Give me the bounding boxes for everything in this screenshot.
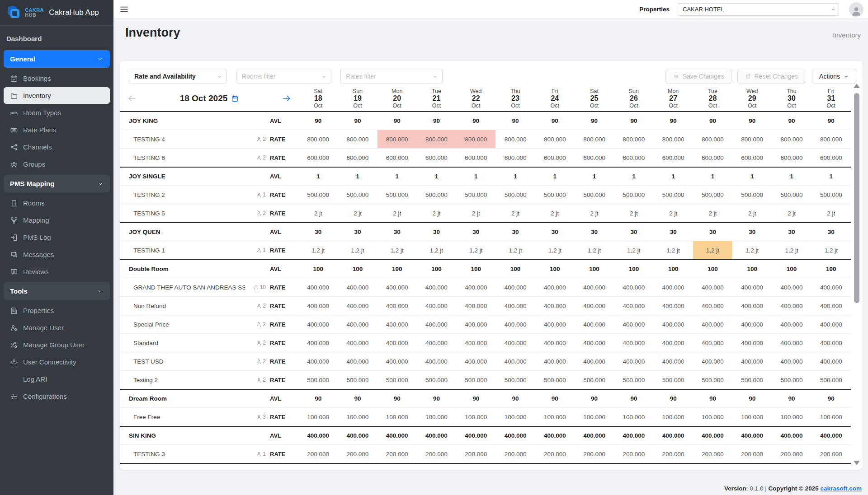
rate-cell[interactable]: 200.000	[495, 445, 535, 463]
rate-cell[interactable]: 400.000	[298, 315, 338, 333]
rate-cell[interactable]: 600.000	[614, 149, 653, 167]
rate-cell[interactable]: 600.000	[298, 149, 338, 167]
rate-cell[interactable]: 400.000	[654, 278, 693, 296]
rate-cell[interactable]: 200.000	[338, 445, 377, 463]
sidebar-section-pms-mapping[interactable]: PMS Mapping	[4, 175, 110, 192]
rate-cell[interactable]: 400.000	[417, 334, 456, 352]
availability-cell[interactable]: 100	[654, 260, 693, 278]
rate-cell[interactable]: 500.000	[495, 371, 535, 389]
availability-cell[interactable]: 1	[495, 168, 535, 185]
rate-cell[interactable]: 400.000	[456, 278, 495, 296]
rate-cell[interactable]: 400.000	[535, 315, 575, 333]
sidebar-item-rate-plans[interactable]: Rate Plans	[4, 121, 110, 138]
rate-cell[interactable]: 400.000	[535, 334, 575, 352]
availability-cell[interactable]: 90	[693, 390, 732, 407]
rate-cell[interactable]: 800.000	[535, 130, 575, 148]
rate-cell[interactable]: 400.000	[456, 334, 495, 352]
rate-cell[interactable]: 400.000	[495, 334, 535, 352]
availability-cell[interactable]: 400.000	[417, 427, 456, 444]
availability-cell[interactable]: 1	[535, 168, 575, 185]
rate-cell[interactable]: 100.000	[575, 408, 614, 426]
availability-cell[interactable]: 1	[298, 168, 338, 185]
rate-cell[interactable]: 400.000	[298, 334, 338, 352]
availability-cell[interactable]: 400.000	[732, 427, 772, 444]
sidebar-item-room-types[interactable]: Room Types	[4, 104, 110, 121]
rate-cell[interactable]: 500.000	[535, 186, 575, 204]
rate-cell[interactable]: 600.000	[417, 149, 456, 167]
sidebar-item-reviews[interactable]: Reviews	[4, 263, 110, 280]
rate-cell[interactable]: 500.000	[338, 371, 377, 389]
availability-cell[interactable]: 30	[377, 223, 417, 241]
rate-cell[interactable]: 400.000	[811, 352, 851, 370]
rate-cell[interactable]: 1,2 jt	[456, 241, 495, 259]
rate-cell[interactable]: 500.000	[575, 186, 614, 204]
rate-cell[interactable]: 400.000	[772, 352, 811, 370]
availability-cell[interactable]: 30	[614, 223, 653, 241]
sidebar-section-tools[interactable]: Tools	[4, 282, 110, 300]
rate-cell[interactable]: 500.000	[772, 186, 811, 204]
rate-cell[interactable]: 200.000	[417, 445, 456, 463]
availability-cell[interactable]: 30	[456, 223, 495, 241]
rate-cell[interactable]: 1,2 jt	[654, 241, 693, 259]
rate-cell[interactable]: 2 jt	[377, 204, 417, 222]
rate-cell[interactable]: 400.000	[456, 297, 495, 315]
availability-cell[interactable]: 100	[693, 260, 732, 278]
availability-cell[interactable]: 90	[732, 390, 772, 407]
rate-cell[interactable]: 200.000	[377, 445, 417, 463]
availability-cell[interactable]: 30	[575, 223, 614, 241]
rate-cell[interactable]: 400.000	[575, 278, 614, 296]
rate-cell[interactable]: 500.000	[693, 186, 732, 204]
availability-cell[interactable]: 30	[338, 223, 377, 241]
availability-cell[interactable]: 400.000	[298, 427, 338, 444]
save-changes-button[interactable]: Save Changes	[665, 69, 731, 84]
date-picker[interactable]: 18 Oct 2025	[180, 93, 239, 103]
rate-cell[interactable]: 100.000	[338, 408, 377, 426]
availability-cell[interactable]: 400.000	[654, 427, 693, 444]
rate-cell[interactable]: 800.000	[298, 130, 338, 148]
rate-cell[interactable]: 400.000	[495, 297, 535, 315]
rate-cell[interactable]: 400.000	[377, 315, 417, 333]
rate-cell[interactable]: 2 jt	[772, 204, 811, 222]
availability-cell[interactable]: 400.000	[495, 427, 535, 444]
rate-cell[interactable]: 500.000	[456, 186, 495, 204]
rate-cell[interactable]: 400.000	[693, 278, 732, 296]
rate-cell[interactable]: 400.000	[732, 278, 772, 296]
rate-cell[interactable]: 2 jt	[535, 204, 575, 222]
rate-cell[interactable]: 400.000	[495, 315, 535, 333]
availability-cell[interactable]: 400.000	[693, 427, 732, 444]
availability-cell[interactable]: 30	[535, 223, 575, 241]
rate-cell[interactable]: 100.000	[377, 408, 417, 426]
property-select[interactable]: CAKAR HOTEL	[678, 3, 839, 16]
availability-cell[interactable]: 90	[575, 390, 614, 407]
availability-cell[interactable]: 100	[535, 260, 575, 278]
availability-cell[interactable]: 100	[417, 260, 456, 278]
availability-cell[interactable]: 100	[298, 260, 338, 278]
rate-cell[interactable]: 800.000	[693, 130, 732, 148]
rate-cell[interactable]: 200.000	[732, 445, 772, 463]
sidebar-item-bookings[interactable]: Bookings	[4, 70, 110, 87]
rate-cell[interactable]: 500.000	[495, 186, 535, 204]
availability-cell[interactable]: 90	[811, 390, 851, 407]
rate-cell[interactable]: 500.000	[693, 371, 732, 389]
rate-cell[interactable]: 400.000	[417, 297, 456, 315]
rate-cell[interactable]: 400.000	[772, 334, 811, 352]
availability-cell[interactable]: 90	[732, 112, 772, 130]
rate-cell[interactable]: 400.000	[772, 278, 811, 296]
rate-cell[interactable]: 100.000	[732, 408, 772, 426]
rate-cell[interactable]: 800.000	[495, 130, 535, 148]
availability-cell[interactable]: 90	[654, 390, 693, 407]
rate-cell[interactable]: 2 jt	[614, 204, 653, 222]
rate-cell[interactable]: 100.000	[614, 408, 653, 426]
availability-cell[interactable]: 100	[377, 260, 417, 278]
rate-cell[interactable]: 400.000	[654, 297, 693, 315]
availability-cell[interactable]: 90	[298, 112, 338, 130]
sidebar-item-configurations[interactable]: Configurations	[4, 388, 110, 405]
availability-cell[interactable]: 100	[614, 260, 653, 278]
rate-cell[interactable]: 400.000	[575, 315, 614, 333]
sidebar-item-manage-user[interactable]: Manage User	[4, 319, 110, 336]
availability-cell[interactable]: 100	[456, 260, 495, 278]
sidebar-item-log-ari[interactable]: Log ARI	[4, 371, 110, 388]
previous-dates-arrow-icon[interactable]	[127, 93, 137, 103]
rate-cell[interactable]: 500.000	[298, 186, 338, 204]
rate-cell[interactable]: 800.000	[614, 130, 653, 148]
